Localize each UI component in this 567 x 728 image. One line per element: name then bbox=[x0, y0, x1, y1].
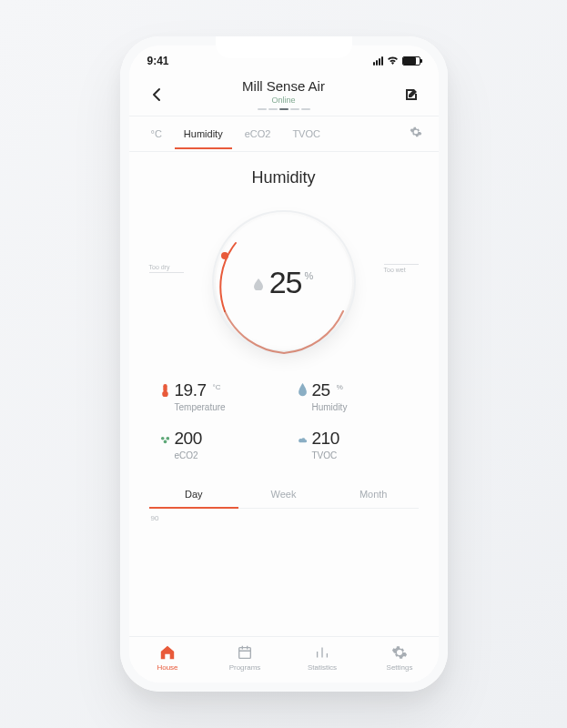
tab-eco2[interactable]: eCO2 bbox=[236, 119, 280, 148]
nav-settings[interactable]: Settings bbox=[361, 644, 439, 672]
battery-icon bbox=[402, 56, 420, 66]
nav-house[interactable]: House bbox=[129, 644, 207, 672]
status-time: 9:41 bbox=[147, 55, 169, 67]
svg-rect-1 bbox=[163, 384, 167, 392]
screen: 9:41 Mill Sense Air Online bbox=[129, 46, 439, 682]
metric-value: 19.7 bbox=[175, 380, 207, 400]
page-title: Mill Sense Air bbox=[242, 78, 325, 94]
page-indicator bbox=[242, 108, 325, 110]
nav-label: Programs bbox=[229, 663, 261, 672]
tab-temperature[interactable]: °C bbox=[142, 119, 171, 148]
metric-humidity[interactable]: 25 % Humidity bbox=[298, 380, 408, 412]
calendar-icon bbox=[237, 644, 253, 661]
period-tab-week[interactable]: Week bbox=[238, 480, 329, 508]
back-button[interactable] bbox=[146, 84, 167, 106]
signal-icon bbox=[373, 56, 383, 66]
metric-label: TVOC bbox=[312, 450, 408, 460]
period-tabs: Day Week Month bbox=[149, 480, 419, 509]
cloud-icon bbox=[298, 431, 308, 444]
notch bbox=[216, 36, 352, 58]
metric-label: eCO2 bbox=[175, 450, 270, 460]
metrics-grid: 19.7 °C Temperature 25 % Humidity bbox=[149, 364, 419, 475]
gauge-ring bbox=[208, 207, 359, 358]
period-tab-day[interactable]: Day bbox=[149, 480, 239, 508]
nav-label: Statistics bbox=[308, 663, 337, 672]
metric-tvoc[interactable]: 210 TVOC bbox=[298, 429, 408, 460]
chart-y-axis-hint: 90 bbox=[149, 509, 419, 522]
gear-icon bbox=[391, 644, 408, 661]
gauge-container: Too dry Too wet 25 % bbox=[149, 200, 419, 364]
metric-value: 210 bbox=[312, 429, 339, 449]
drop-icon bbox=[298, 383, 308, 396]
co2-icon bbox=[160, 431, 170, 444]
humidity-gauge[interactable]: 25 % bbox=[216, 214, 352, 350]
metric-temperature[interactable]: 19.7 °C Temperature bbox=[160, 380, 270, 412]
bottom-nav: House Programs Statistics Settings bbox=[129, 636, 439, 682]
status-right bbox=[373, 55, 420, 67]
svg-rect-6 bbox=[239, 648, 251, 659]
header-center: Mill Sense Air Online bbox=[242, 78, 325, 110]
svg-point-2 bbox=[162, 391, 168, 398]
chart-icon bbox=[314, 644, 330, 661]
wifi-icon bbox=[387, 55, 399, 67]
svg-point-0 bbox=[213, 211, 355, 353]
nav-statistics[interactable]: Statistics bbox=[284, 644, 361, 672]
thermometer-icon bbox=[160, 383, 170, 396]
period-tab-month[interactable]: Month bbox=[329, 480, 419, 508]
tab-humidity[interactable]: Humidity bbox=[175, 119, 232, 148]
edit-button[interactable] bbox=[400, 84, 422, 106]
phone-frame: 9:41 Mill Sense Air Online bbox=[120, 36, 448, 692]
gauge-high-label: Too wet bbox=[384, 264, 419, 273]
gauge-low-label: Too dry bbox=[149, 264, 184, 273]
nav-label: House bbox=[157, 663, 177, 672]
metric-label: Humidity bbox=[312, 402, 408, 412]
svg-point-3 bbox=[160, 437, 164, 440]
section-title: Humidity bbox=[149, 168, 419, 187]
nav-programs[interactable]: Programs bbox=[207, 644, 284, 672]
main-content: Humidity Too dry Too wet 25 bbox=[129, 152, 439, 636]
device-status: Online bbox=[242, 96, 325, 105]
tab-tvoc[interactable]: TVOC bbox=[283, 119, 329, 148]
metric-unit: % bbox=[337, 383, 343, 391]
svg-point-5 bbox=[163, 440, 167, 443]
tabs-settings-button[interactable] bbox=[406, 116, 426, 151]
gauge-marker bbox=[221, 252, 228, 259]
app-header: Mill Sense Air Online bbox=[129, 71, 439, 116]
metric-label: Temperature bbox=[175, 402, 270, 412]
nav-label: Settings bbox=[387, 663, 413, 672]
home-icon bbox=[159, 644, 176, 661]
metric-unit: °C bbox=[212, 383, 220, 391]
metric-value: 200 bbox=[175, 429, 202, 449]
metric-value: 25 bbox=[312, 380, 330, 400]
svg-point-4 bbox=[166, 437, 169, 440]
sensor-tabs: °C Humidity eCO2 TVOC bbox=[129, 116, 439, 152]
metric-eco2[interactable]: 200 eCO2 bbox=[160, 429, 270, 460]
